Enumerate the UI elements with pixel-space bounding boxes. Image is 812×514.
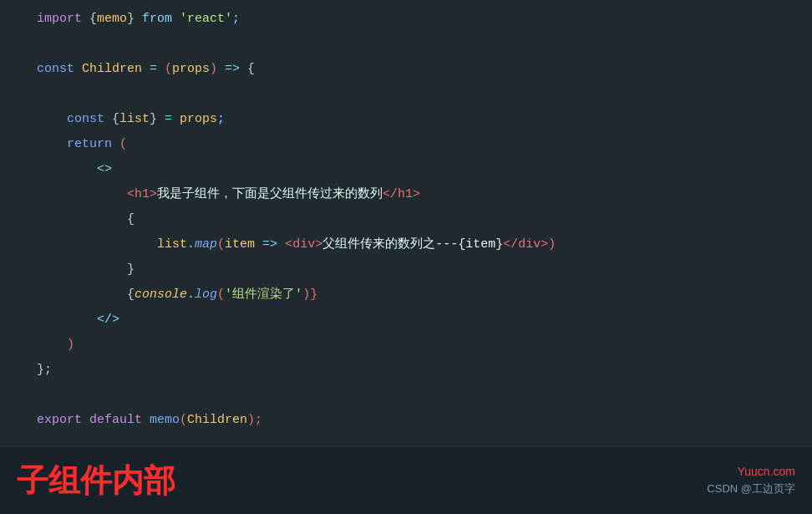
line-content-14: ) — [30, 333, 74, 357]
code-line-14: ) — [0, 333, 812, 358]
line-content-10: list.map(item => <div>父组件传来的数列之---{item}… — [30, 233, 556, 257]
csdn-watermark: CSDN @工边页字 — [707, 481, 795, 496]
code-line-6: return ( — [0, 132, 812, 157]
line-content-15: }; — [30, 359, 52, 382]
code-line-5: const {list} = props; — [0, 107, 812, 132]
code-line-1: import {memo} from 'react'; — [0, 7, 812, 32]
line-content-5: const {list} = props; — [30, 108, 225, 131]
code-line-2 — [0, 32, 812, 57]
bottom-bar: 子组件内部 Yuucn.com CSDN @工边页字 — [0, 447, 812, 514]
bottom-right-info: Yuucn.com CSDN @工边页字 — [707, 465, 795, 496]
code-line-4 — [0, 82, 812, 107]
line-content-6: return ( — [30, 133, 127, 156]
code-line-15: }; — [0, 358, 812, 383]
line-content-9: { — [30, 208, 134, 232]
line-content-7: <> — [30, 158, 112, 181]
line-content-12: {console.log('组件渲染了')} — [30, 283, 317, 307]
code-editor: import {memo} from 'react'; const Childr… — [0, 0, 812, 447]
code-line-12: {console.log('组件渲染了')} — [0, 282, 812, 308]
bottom-title: 子组件内部 — [17, 460, 175, 502]
code-line-13: </> — [0, 308, 812, 333]
line-content-16 — [30, 384, 44, 407]
line-content-17: export default memo(Children); — [30, 409, 262, 432]
code-line-16 — [0, 383, 812, 408]
line-content-11: } — [30, 258, 134, 282]
line-content-1: import {memo} from 'react'; — [30, 8, 240, 31]
code-line-7: <> — [0, 157, 812, 182]
line-content-3: const Children = (props) => { — [30, 58, 255, 81]
code-line-17: export default memo(Children); — [0, 408, 812, 433]
code-line-10: list.map(item => <div>父组件传来的数列之---{item}… — [0, 232, 812, 257]
code-line-11: } — [0, 257, 812, 282]
code-line-9: { — [0, 207, 812, 232]
line-content-2 — [30, 33, 44, 56]
code-line-8: <h1>我是子组件，下面是父组件传过来的数列</h1> — [0, 182, 812, 207]
yuucn-link: Yuucn.com — [738, 465, 795, 478]
code-line-3: const Children = (props) => { — [0, 57, 812, 82]
line-content-13: </> — [30, 308, 119, 332]
line-content-8: <h1>我是子组件，下面是父组件传过来的数列</h1> — [30, 183, 420, 206]
line-content-4 — [30, 83, 44, 106]
